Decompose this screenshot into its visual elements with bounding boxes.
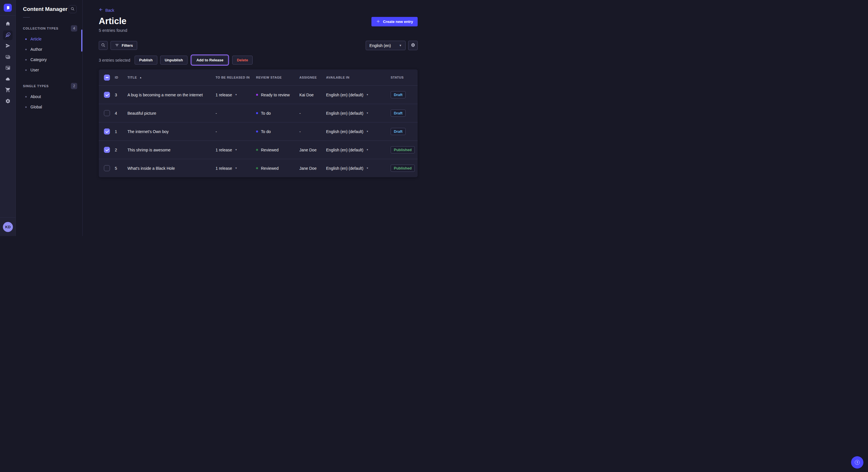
plus-icon: [376, 19, 380, 24]
arrow-left-icon: [99, 7, 103, 13]
sidebar-item-user[interactable]: User: [16, 65, 82, 75]
cell-to-be-released-in[interactable]: 1 release ▼: [216, 148, 256, 152]
nav-marketplace[interactable]: [3, 86, 12, 96]
nav-releases[interactable]: [3, 42, 12, 51]
cell-to-be-released-in[interactable]: - ▼: [216, 129, 256, 134]
cell-to-be-released-in[interactable]: - ▼: [216, 111, 256, 115]
section-count-badge: 4: [71, 25, 77, 32]
cell-title: The internet's Own boy: [127, 129, 216, 134]
row-checkbox[interactable]: [104, 110, 110, 116]
sidebar-item-article[interactable]: Article: [16, 34, 82, 44]
nav-icons: [0, 16, 16, 106]
table-search-button[interactable]: [99, 41, 107, 50]
row-checkbox[interactable]: [104, 92, 110, 98]
app-window: KD Content Manager COLLECTION TYPES 4 Ar…: [0, 0, 434, 236]
gear-icon: [411, 43, 415, 48]
bullet-icon: [25, 38, 27, 40]
cell-assignee: Jane Doe: [299, 166, 326, 171]
row-checkbox[interactable]: [104, 129, 110, 134]
cell-assignee: -: [299, 129, 326, 134]
strapi-logo[interactable]: [4, 4, 12, 12]
cell-to-be-released-in[interactable]: 1 release ▼: [216, 166, 256, 171]
chevron-down-icon: ▼: [235, 167, 237, 169]
nav-content-manager[interactable]: [3, 30, 12, 40]
column-header-status[interactable]: STATUS: [391, 76, 417, 79]
cell-available-in[interactable]: English (en) (default) ▼: [326, 129, 391, 134]
table-row[interactable]: 5 What's inside a Black Hole 1 release ▼…: [99, 159, 417, 177]
view-settings-button[interactable]: [408, 41, 417, 50]
filters-button[interactable]: Filters: [111, 41, 137, 50]
sidebar-item-category[interactable]: Category: [16, 55, 82, 65]
primary-nav: KD: [0, 0, 16, 236]
column-header-review-stage[interactable]: REVIEW STAGE: [256, 76, 299, 79]
nav-settings[interactable]: [3, 97, 12, 106]
table-row[interactable]: 3 A bug is becoming a meme on the intern…: [99, 86, 417, 104]
chevron-down-icon: ▼: [366, 130, 369, 133]
stage-dot-icon: [256, 149, 258, 151]
column-header-available-in[interactable]: AVAILABLE IN: [326, 76, 391, 79]
cell-to-be-released-in[interactable]: 1 release ▼: [216, 93, 256, 97]
table-row[interactable]: 2 This shrimp is awesome 1 release ▼ Rev…: [99, 140, 417, 159]
cell-review-stage: Ready to review: [256, 93, 299, 97]
status-badge: Draft: [391, 91, 406, 98]
column-header-assignee[interactable]: ASSIGNEE: [299, 76, 326, 79]
table-row[interactable]: 4 Beautiful picture - ▼ To do - English …: [99, 104, 417, 122]
table-header: ID TITLE ▲ TO BE RELEASED IN REVIEW STAG…: [99, 69, 417, 86]
table-row[interactable]: 1 The internet's Own boy - ▼ To do - Eng…: [99, 122, 417, 140]
sidebar-section: COLLECTION TYPES 4 Article Author Catego…: [16, 25, 82, 75]
chevron-down-icon: ▼: [366, 112, 369, 114]
cell-id: 2: [115, 148, 127, 152]
sidebar-sections: COLLECTION TYPES 4 Article Author Catego…: [16, 25, 82, 112]
cell-title: A bug is becoming a meme on the internet: [127, 93, 216, 97]
cell-review-stage: Reviewed: [256, 148, 299, 152]
stage-dot-icon: [256, 112, 258, 114]
nav-home[interactable]: [3, 20, 12, 29]
status-badge: Published: [391, 146, 415, 154]
cell-available-in[interactable]: English (en) (default) ▼: [326, 93, 391, 97]
column-header-to-be-released-in[interactable]: TO BE RELEASED IN: [216, 76, 256, 79]
entries-count: 5 entries found: [99, 28, 417, 33]
unpublish-button[interactable]: Unpublish: [160, 56, 188, 65]
select-all-checkbox[interactable]: [104, 74, 110, 80]
cloud-icon: [5, 76, 11, 83]
cell-available-in[interactable]: English (en) (default) ▼: [326, 148, 391, 152]
row-checkbox[interactable]: [104, 165, 110, 171]
sidebar-item-global[interactable]: Global: [16, 102, 82, 112]
nav-media-library[interactable]: [3, 53, 12, 62]
page-title: Article: [99, 16, 126, 26]
cell-assignee: Kai Doe: [299, 93, 326, 97]
column-header-title[interactable]: TITLE ▲: [127, 76, 216, 79]
main-content: Back Article Create new entry 5 entries …: [83, 0, 434, 236]
chevron-down-icon: ▼: [366, 94, 369, 96]
sidebar-scrollbar-thumb[interactable]: [81, 30, 82, 52]
section-count-badge: 2: [71, 83, 77, 89]
cell-available-in[interactable]: English (en) (default) ▼: [326, 111, 391, 115]
column-header-id[interactable]: ID: [115, 76, 127, 79]
cell-id: 1: [115, 129, 127, 134]
sidebar: Content Manager COLLECTION TYPES 4 Artic…: [16, 0, 83, 236]
row-checkbox[interactable]: [104, 147, 110, 153]
cell-available-in[interactable]: English (en) (default) ▼: [326, 166, 391, 171]
chevron-down-icon: ▼: [366, 167, 369, 169]
bullet-icon: [25, 49, 27, 50]
cell-review-stage: Reviewed: [256, 166, 299, 171]
chevron-down-icon: ▼: [235, 94, 237, 96]
sidebar-search-button[interactable]: [69, 5, 76, 13]
sidebar-item-author[interactable]: Author: [16, 44, 82, 55]
add-to-release-button[interactable]: Add to Release: [192, 56, 228, 65]
cell-review-stage: To do: [256, 129, 299, 134]
user-avatar[interactable]: KD: [3, 222, 13, 232]
nav-content-type-builder[interactable]: [3, 64, 12, 73]
chevron-down-icon: ▼: [399, 44, 402, 47]
delete-button[interactable]: Delete: [232, 56, 253, 65]
bullet-icon: [25, 69, 27, 71]
status-badge: Published: [391, 165, 415, 172]
create-new-entry-button[interactable]: Create new entry: [371, 17, 417, 26]
cell-id: 5: [115, 166, 127, 171]
locale-select[interactable]: English (en) ▼: [366, 41, 406, 50]
nav-deploy[interactable]: [3, 74, 12, 84]
sidebar-item-about[interactable]: About: [16, 92, 82, 102]
publish-button[interactable]: Publish: [135, 56, 157, 65]
sort-ascending-icon: ▲: [140, 76, 142, 79]
back-link[interactable]: Back: [99, 7, 114, 13]
